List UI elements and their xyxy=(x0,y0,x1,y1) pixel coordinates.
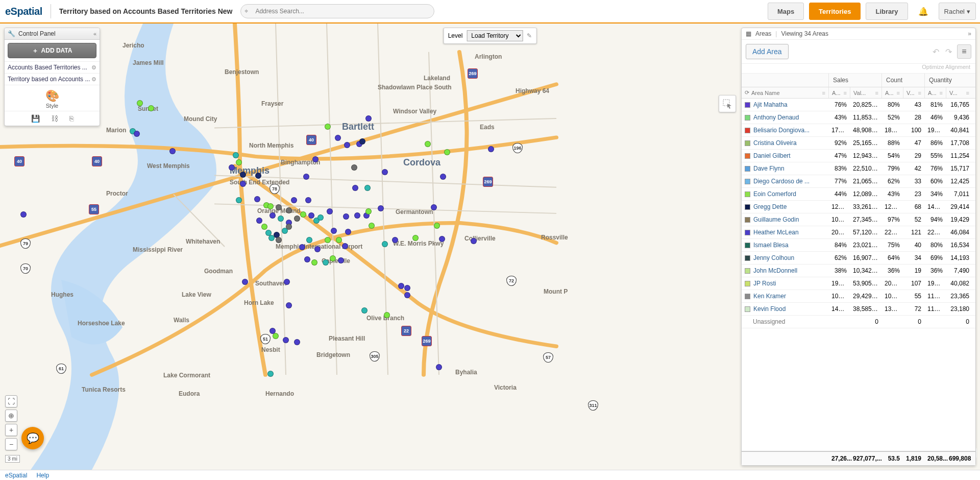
map-point[interactable] xyxy=(431,204,437,210)
footer-help[interactable]: Help xyxy=(36,472,49,479)
map-point[interactable] xyxy=(256,218,262,224)
map-point[interactable] xyxy=(261,224,267,230)
table-row[interactable]: Gregg Dette122%33,261,733127%68143%29,41… xyxy=(742,201,975,213)
map-point[interactable] xyxy=(434,223,440,229)
map-point[interactable] xyxy=(308,212,314,219)
table-row[interactable]: Ajit Mahatha76%20,825,09180%4381%16,765 xyxy=(742,99,975,111)
map-point[interactable] xyxy=(392,237,398,243)
map-point[interactable] xyxy=(286,302,292,308)
map-point[interactable] xyxy=(20,211,27,218)
table-row[interactable]: Heather McLean209%57,120,410226%121224%4… xyxy=(742,226,975,239)
collapse-panel-icon[interactable]: « xyxy=(93,31,96,37)
map-point[interactable] xyxy=(384,312,390,318)
level-select[interactable]: Load Territory xyxy=(467,30,523,41)
redo-icon[interactable]: ↷ xyxy=(944,47,953,57)
table-row[interactable]: Guillaume Godin100%27,345,38397%5294%19,… xyxy=(742,213,975,226)
library-button[interactable]: Library xyxy=(866,3,908,20)
map-point[interactable] xyxy=(148,105,154,111)
map-point[interactable] xyxy=(304,256,310,262)
map-point[interactable] xyxy=(488,146,494,152)
map-point[interactable] xyxy=(303,174,309,180)
table-row[interactable]: Diego Cardoso de ...77%21,065,80062%3360… xyxy=(742,175,975,188)
map-point[interactable] xyxy=(273,333,279,339)
map-point[interactable] xyxy=(398,283,404,289)
map-point[interactable] xyxy=(412,235,419,241)
maps-button[interactable]: Maps xyxy=(768,3,804,20)
map-point[interactable] xyxy=(236,197,242,203)
map-point[interactable] xyxy=(382,169,388,175)
map-point[interactable] xyxy=(359,138,365,145)
map-point[interactable] xyxy=(270,212,276,219)
map-point[interactable] xyxy=(312,156,318,162)
col-menu-icon[interactable]: ≡ xyxy=(822,90,825,96)
map-point[interactable] xyxy=(134,131,140,137)
map-point[interactable] xyxy=(382,241,388,247)
table-row[interactable]: JP Rosti198%53,905,536200%107195%40,082 xyxy=(742,277,975,290)
map-point[interactable] xyxy=(300,211,306,218)
gear-icon[interactable]: ⚙ xyxy=(91,64,96,71)
table-row[interactable]: Ken Kramer108%29,429,885103%55114%23,365 xyxy=(742,290,975,303)
map-point[interactable] xyxy=(331,228,337,234)
table-row[interactable]: Belisario Dongiova...179%48,908,003187%1… xyxy=(742,124,975,137)
map-point[interactable] xyxy=(282,228,288,234)
map-point[interactable] xyxy=(338,257,344,263)
map-point[interactable] xyxy=(294,215,300,222)
map-point[interactable] xyxy=(425,141,431,147)
map-point[interactable] xyxy=(330,255,336,261)
map-point[interactable] xyxy=(284,279,290,285)
map-point[interactable] xyxy=(311,259,317,266)
map-point[interactable] xyxy=(305,197,311,203)
map-point[interactable] xyxy=(268,235,275,241)
table-row[interactable]: Dave Flynn83%22,510,14579%4276%15,717 xyxy=(742,162,975,175)
table-row[interactable]: Cristina Oliveira92%25,165,42588%4786%17… xyxy=(742,137,975,150)
notifications-icon[interactable]: 🔔 xyxy=(913,7,934,16)
map-point[interactable] xyxy=(336,237,342,243)
map-point[interactable] xyxy=(344,142,350,148)
map-point[interactable] xyxy=(404,285,410,291)
table-row[interactable]: John McDonnell38%10,342,84836%1936%7,490 xyxy=(742,265,975,277)
map-point[interactable] xyxy=(335,135,341,141)
table-row[interactable]: Kevin Flood142%38,585,092135%72113%23,18… xyxy=(742,303,975,316)
map-point[interactable] xyxy=(267,371,274,377)
zoom-in-button[interactable]: + xyxy=(5,424,17,436)
map-point[interactable] xyxy=(351,164,357,171)
map-point[interactable] xyxy=(283,337,289,343)
map-point[interactable] xyxy=(365,115,372,122)
map-point[interactable] xyxy=(369,223,375,229)
map-point[interactable] xyxy=(233,152,239,158)
map-point[interactable] xyxy=(229,164,235,171)
map-point[interactable] xyxy=(352,185,358,191)
add-area-button[interactable]: Add Area xyxy=(746,44,789,59)
user-menu[interactable]: Rachel ▾ xyxy=(939,3,976,20)
pencil-icon[interactable]: ✎ xyxy=(527,32,532,39)
map-point[interactable] xyxy=(255,173,261,179)
map-point[interactable] xyxy=(354,212,360,219)
map-point[interactable] xyxy=(306,237,312,243)
map-point[interactable] xyxy=(267,203,274,209)
map-point[interactable] xyxy=(314,246,321,252)
map-point[interactable] xyxy=(276,204,282,210)
map-point[interactable] xyxy=(378,205,384,211)
map-point[interactable] xyxy=(276,237,282,243)
table-row[interactable]: Ismael Blesa84%23,021,35675%4080%16,534 xyxy=(742,239,975,252)
table-row[interactable]: Eoin Comerford44%12,089,30743%2334%7,011 xyxy=(742,188,975,201)
table-row[interactable]: Anthony Denaud43%11,853,39152%2846%9,436 xyxy=(742,111,975,124)
expand-panel-icon[interactable]: » xyxy=(968,30,971,37)
map-point[interactable] xyxy=(343,213,349,220)
undo-icon[interactable]: ↶ xyxy=(932,47,940,57)
map-point[interactable] xyxy=(345,229,351,235)
zoom-locate-button[interactable]: ⊕ xyxy=(5,410,17,422)
address-search-input[interactable] xyxy=(240,4,434,18)
map-point[interactable] xyxy=(291,197,297,203)
map-point[interactable] xyxy=(440,174,446,180)
gear-icon[interactable]: ⚙ xyxy=(91,76,96,83)
map-point[interactable] xyxy=(278,215,284,222)
map-point[interactable] xyxy=(325,237,331,243)
col-area[interactable]: Area Name xyxy=(751,90,780,96)
map-point[interactable] xyxy=(299,244,305,250)
layer-territory[interactable]: Territory based on Accounts ... ⚙ xyxy=(5,73,100,85)
map-point[interactable] xyxy=(364,185,371,191)
map-point[interactable] xyxy=(444,149,450,155)
map-point[interactable] xyxy=(137,100,143,106)
map-point[interactable] xyxy=(471,238,477,244)
